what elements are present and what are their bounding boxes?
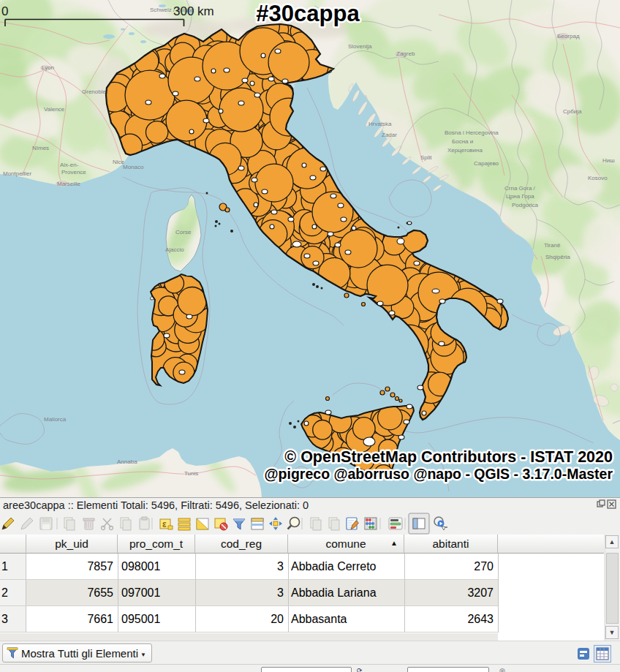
svg-text:ε: ε bbox=[162, 519, 167, 529]
